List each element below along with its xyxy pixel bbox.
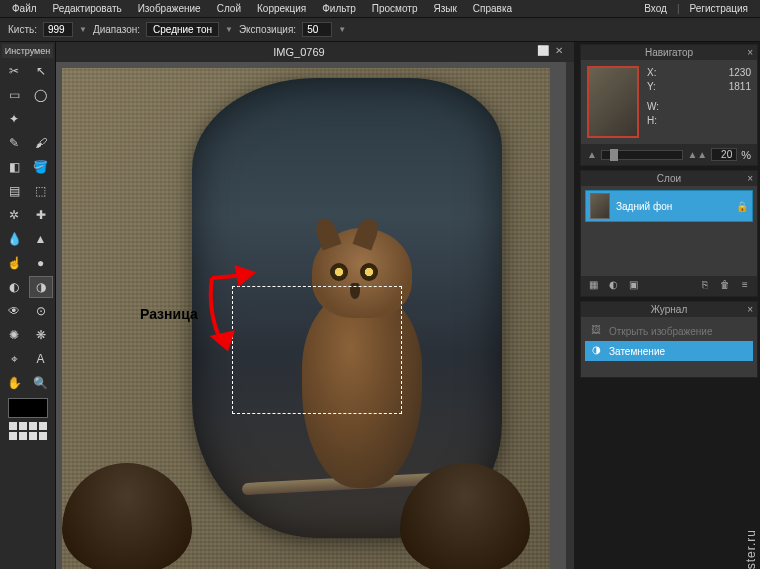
canvas-area: IMG_0769 ⬜ ✕ bbox=[56, 42, 574, 569]
layers-footer: ▦ ◐ ▣ ⎘ 🗑 ≡ bbox=[581, 276, 757, 296]
svg-marker-1 bbox=[214, 333, 232, 348]
layer-item-background[interactable]: Задний фон 🔒 bbox=[585, 190, 753, 222]
tool-redeye[interactable]: ⊙ bbox=[29, 300, 53, 322]
tool-bucket[interactable]: 🪣 bbox=[29, 156, 53, 178]
maximize-icon[interactable]: ⬜ bbox=[536, 45, 550, 59]
tool-clone[interactable]: ⬚ bbox=[29, 180, 53, 202]
history-title[interactable]: Журнал × bbox=[581, 302, 757, 317]
tool-sharpen[interactable]: ▲ bbox=[29, 228, 53, 250]
history-panel: Журнал × 🖼 Открыть изображение ◑ Затемне… bbox=[580, 301, 758, 378]
navigator-title[interactable]: Навигатор × bbox=[581, 45, 757, 60]
tool-type[interactable]: A bbox=[29, 348, 53, 370]
tool-hand[interactable]: ✋ bbox=[2, 372, 26, 394]
document-titlebar[interactable]: IMG_0769 ⬜ ✕ bbox=[56, 42, 574, 62]
tool-gradient[interactable]: ▤ bbox=[2, 180, 26, 202]
layer-name: Задний фон bbox=[616, 201, 730, 212]
new-layer-icon[interactable]: ▦ bbox=[585, 279, 601, 293]
chevron-down-icon[interactable]: ▼ bbox=[225, 25, 233, 34]
register-link[interactable]: Регистрация bbox=[682, 3, 756, 14]
history-item-open[interactable]: 🖼 Открыть изображение bbox=[585, 321, 753, 341]
image: Разница bbox=[62, 68, 550, 569]
close-icon[interactable]: × bbox=[747, 173, 753, 184]
sep: | bbox=[675, 3, 682, 14]
navigator-panel: Навигатор × X:1230 Y:1811 W: H: ▲ ▲▲ 20 … bbox=[580, 44, 758, 166]
exposure-label: Экспозиция: bbox=[239, 24, 296, 35]
history-item-burn[interactable]: ◑ Затемнение bbox=[585, 341, 753, 361]
zoom-slider[interactable] bbox=[601, 150, 684, 160]
foreground-color[interactable] bbox=[8, 398, 48, 418]
zoom-value[interactable]: 20 bbox=[711, 148, 737, 161]
mask-icon[interactable]: ◐ bbox=[605, 279, 621, 293]
annotation-arrow bbox=[202, 263, 262, 353]
document-title: IMG_0769 bbox=[273, 46, 324, 58]
menu-view[interactable]: Просмотр bbox=[364, 3, 426, 14]
tool-picker[interactable]: ⌖ bbox=[2, 348, 26, 370]
tool-move[interactable]: ↖ bbox=[29, 60, 53, 82]
duplicate-icon[interactable]: ⎘ bbox=[697, 279, 713, 293]
tool-blur[interactable]: 💧 bbox=[2, 228, 26, 250]
annotation-label: Разница bbox=[140, 306, 198, 322]
close-icon[interactable]: × bbox=[747, 47, 753, 58]
chevron-down-icon[interactable]: ▼ bbox=[79, 25, 87, 34]
watermark: grodite.livemaster.ru bbox=[744, 529, 758, 569]
scrollbar-vertical[interactable] bbox=[566, 62, 574, 569]
toolbox: Инструмен ✂↖▭◯✦✎🖌◧🪣▤⬚✲✚💧▲☝●◐◑👁⊙✺❋⌖A✋🔍 bbox=[0, 42, 56, 569]
layers-panel: Слои × Задний фон 🔒 ▦ ◐ ▣ ⎘ 🗑 ≡ bbox=[580, 170, 758, 297]
fx-icon[interactable]: ▣ bbox=[625, 279, 641, 293]
lock-icon[interactable]: 🔒 bbox=[736, 201, 748, 212]
tool-blank1 bbox=[29, 108, 53, 130]
close-icon[interactable]: × bbox=[747, 304, 753, 315]
menu-adjust[interactable]: Коррекция bbox=[249, 3, 314, 14]
toolbox-title: Инструмен bbox=[2, 44, 53, 58]
tool-heal[interactable]: ✚ bbox=[29, 204, 53, 226]
menu-file[interactable]: Файл bbox=[4, 3, 45, 14]
tool-zoom[interactable]: 🔍 bbox=[29, 372, 53, 394]
tool-crop[interactable]: ✂ bbox=[2, 60, 26, 82]
layer-thumbnail bbox=[590, 193, 610, 219]
swatch-grid[interactable] bbox=[9, 422, 47, 440]
panels: Навигатор × X:1230 Y:1811 W: H: ▲ ▲▲ 20 … bbox=[574, 42, 760, 569]
tool-lasso[interactable]: ◯ bbox=[29, 84, 53, 106]
range-label: Диапазон: bbox=[93, 24, 140, 35]
menu-image[interactable]: Изображение bbox=[130, 3, 209, 14]
range-select[interactable]: Средние тон bbox=[146, 22, 219, 37]
tool-pencil[interactable]: ✎ bbox=[2, 132, 26, 154]
tool-burn[interactable]: ◑ bbox=[29, 276, 53, 298]
canvas[interactable]: Разница bbox=[56, 62, 574, 569]
menu-lang[interactable]: Язык bbox=[425, 3, 464, 14]
tool-dodge[interactable]: ◐ bbox=[2, 276, 26, 298]
menu-help[interactable]: Справка bbox=[465, 3, 520, 14]
tool-sponge[interactable]: ● bbox=[29, 252, 53, 274]
tool-spot[interactable]: ✺ bbox=[2, 324, 26, 346]
tool-stamp[interactable]: ✲ bbox=[2, 204, 26, 226]
menu-icon[interactable]: ≡ bbox=[737, 279, 753, 293]
navigator-info: X:1230 Y:1811 W: H: bbox=[647, 66, 751, 138]
brush-label: Кисть: bbox=[8, 24, 37, 35]
zoom-in-icon[interactable]: ▲▲ bbox=[687, 149, 707, 160]
layers-title[interactable]: Слои × bbox=[581, 171, 757, 186]
navigator-thumbnail[interactable] bbox=[587, 66, 639, 138]
menubar: Файл Редактировать Изображение Слой Корр… bbox=[0, 0, 760, 18]
trash-icon[interactable]: 🗑 bbox=[717, 279, 733, 293]
burn-icon: ◑ bbox=[589, 344, 603, 358]
close-icon[interactable]: ✕ bbox=[552, 45, 566, 59]
percent-label: % bbox=[741, 149, 751, 161]
menu-edit[interactable]: Редактировать bbox=[45, 3, 130, 14]
tool-wand[interactable]: ✦ bbox=[2, 108, 26, 130]
image-icon: 🖼 bbox=[589, 324, 603, 338]
zoom-out-icon[interactable]: ▲ bbox=[587, 149, 597, 160]
tool-smudge[interactable]: ☝ bbox=[2, 252, 26, 274]
menu-layer[interactable]: Слой bbox=[209, 3, 249, 14]
options-bar: Кисть: 999 ▼ Диапазон: Средние тон ▼ Экс… bbox=[0, 18, 760, 42]
tool-brush[interactable]: 🖌 bbox=[29, 132, 53, 154]
tool-bloat[interactable]: ❋ bbox=[29, 324, 53, 346]
exposure-value[interactable]: 50 bbox=[302, 22, 332, 37]
menu-filter[interactable]: Фильтр bbox=[314, 3, 364, 14]
tool-marquee[interactable]: ▭ bbox=[2, 84, 26, 106]
tool-eye[interactable]: 👁 bbox=[2, 300, 26, 322]
login-link[interactable]: Вход bbox=[636, 3, 675, 14]
chevron-down-icon[interactable]: ▼ bbox=[338, 25, 346, 34]
brush-size[interactable]: 999 bbox=[43, 22, 73, 37]
tool-eraser[interactable]: ◧ bbox=[2, 156, 26, 178]
